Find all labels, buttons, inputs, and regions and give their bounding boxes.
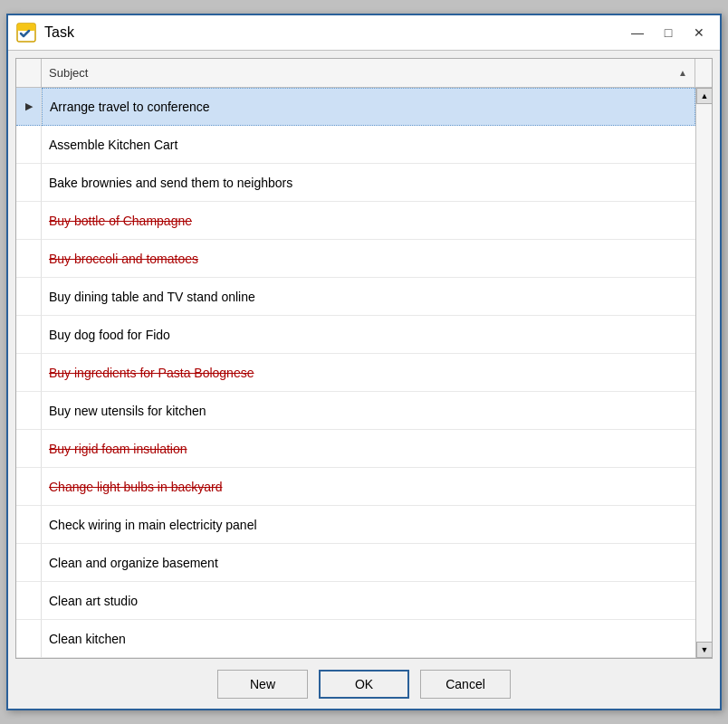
- task-window: Task — □ ✕ Subject ▲ ▶: [6, 14, 722, 710]
- row-indicator-10: [16, 430, 42, 468]
- task-row-9[interactable]: Buy new utensils for kitchen: [42, 392, 695, 430]
- table-header: Subject ▲: [16, 59, 712, 88]
- maximize-button[interactable]: □: [655, 21, 682, 44]
- task-row-12[interactable]: Check wiring in main electricity panel: [42, 506, 695, 544]
- sort-arrow-icon: ▲: [678, 68, 687, 78]
- subject-header[interactable]: Subject ▲: [42, 59, 695, 87]
- content-area: Subject ▲ ▶ Arrange travel to conference…: [8, 51, 720, 713]
- cancel-button[interactable]: Cancel: [420, 670, 511, 699]
- rows-area: Arrange travel to conferenceAssemble Kit…: [42, 88, 695, 658]
- task-row-3[interactable]: Bake brownies and send them to neighbors: [42, 164, 695, 202]
- row-indicator-8: [16, 354, 42, 392]
- row-indicator-12: [16, 506, 42, 544]
- row-indicator-9: [16, 392, 42, 430]
- row-indicator-2: [16, 126, 42, 164]
- row-indicator-1: ▶: [16, 88, 42, 126]
- task-text-6: Buy dining table and TV stand online: [49, 290, 255, 304]
- task-text-9: Buy new utensils for kitchen: [49, 404, 206, 418]
- new-button[interactable]: New: [217, 670, 308, 699]
- indicator-column: ▶: [16, 88, 42, 658]
- task-text-5: Buy broccoli and tomatoes: [49, 252, 198, 266]
- scroll-track: [696, 104, 712, 642]
- task-row-4[interactable]: Buy bottle of Champagne: [42, 202, 695, 240]
- task-row-14[interactable]: Clean art studio: [42, 582, 695, 620]
- title-bar: Task — □ ✕: [8, 15, 720, 51]
- task-text-14: Clean art studio: [49, 594, 138, 608]
- row-indicator-11: [16, 468, 42, 506]
- row-indicator-4: [16, 202, 42, 240]
- scrollbar: ▲ ▼: [695, 88, 712, 658]
- footer: New OK Cancel: [15, 659, 713, 706]
- row-indicator-13: [16, 544, 42, 582]
- task-text-1: Arrange travel to conference: [50, 100, 210, 114]
- task-text-10: Buy rigid foam insulation: [49, 442, 187, 456]
- task-text-11: Change light bulbs in backyard: [49, 480, 222, 494]
- task-text-13: Clean and organize basement: [49, 556, 218, 570]
- task-row-8[interactable]: Buy ingredients for Pasta Bolognese: [42, 354, 695, 392]
- window-controls: — □ ✕: [624, 21, 713, 44]
- scroll-down-button[interactable]: ▼: [696, 642, 712, 658]
- task-row-11[interactable]: Change light bulbs in backyard: [42, 468, 695, 506]
- row-indicator-6: [16, 278, 42, 316]
- close-button[interactable]: ✕: [685, 21, 713, 44]
- task-row-5[interactable]: Buy broccoli and tomatoes: [42, 240, 695, 278]
- task-text-3: Bake brownies and send them to neighbors: [49, 176, 292, 190]
- table-body: ▶ Arrange travel to conferenceAssemble K…: [16, 88, 712, 658]
- task-text-2: Assemble Kitchen Cart: [49, 138, 177, 152]
- window-title: Task: [44, 24, 624, 41]
- task-text-7: Buy dog food for Fido: [49, 328, 170, 342]
- row-indicator-3: [16, 164, 42, 202]
- task-row-2[interactable]: Assemble Kitchen Cart: [42, 126, 695, 164]
- scroll-up-button[interactable]: ▲: [696, 88, 712, 104]
- row-indicator-7: [16, 316, 42, 354]
- task-row-13[interactable]: Clean and organize basement: [42, 544, 695, 582]
- task-text-8: Buy ingredients for Pasta Bolognese: [49, 366, 254, 380]
- task-icon: [15, 22, 37, 43]
- task-row-6[interactable]: Buy dining table and TV stand online: [42, 278, 695, 316]
- task-row-10[interactable]: Buy rigid foam insulation: [42, 430, 695, 468]
- subject-header-label: Subject: [49, 66, 88, 80]
- indicator-header: [16, 59, 42, 87]
- scrollbar-header-spacer: [695, 59, 712, 87]
- task-text-15: Clean kitchen: [49, 632, 126, 646]
- task-row-15[interactable]: Clean kitchen: [42, 620, 695, 658]
- task-row-1[interactable]: Arrange travel to conference: [42, 88, 695, 126]
- svg-rect-1: [17, 24, 35, 31]
- task-text-4: Buy bottle of Champagne: [49, 214, 192, 228]
- row-indicator-14: [16, 582, 42, 620]
- row-indicator-5: [16, 240, 42, 278]
- task-row-7[interactable]: Buy dog food for Fido: [42, 316, 695, 354]
- ok-button[interactable]: OK: [319, 670, 409, 699]
- minimize-button[interactable]: —: [624, 21, 651, 44]
- row-indicator-15: [16, 620, 42, 658]
- task-text-12: Check wiring in main electricity panel: [49, 518, 257, 532]
- task-table: Subject ▲ ▶ Arrange travel to conference…: [15, 58, 713, 659]
